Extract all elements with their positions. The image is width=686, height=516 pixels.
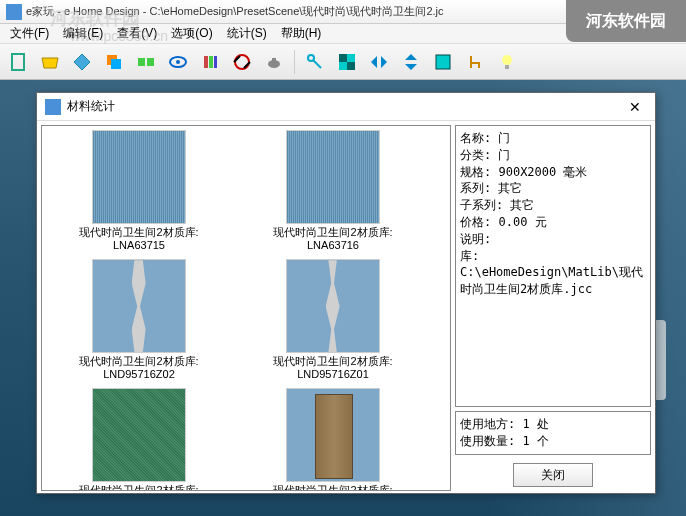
svg-rect-8	[204, 56, 208, 68]
material-label: 现代时尚卫生间2材质库:	[79, 226, 198, 239]
flip-h-icon[interactable]	[365, 48, 393, 76]
material-label: 现代时尚卫生间2材质库:	[273, 484, 392, 491]
material-label: 现代时尚卫生间2材质库:	[79, 355, 198, 368]
svg-rect-0	[12, 54, 24, 70]
key-icon[interactable]	[301, 48, 329, 76]
series-label: 系列:	[460, 181, 491, 195]
svg-rect-13	[272, 58, 276, 61]
subseries-value: 其它	[510, 198, 534, 212]
svg-point-23	[502, 55, 512, 65]
lib-label: 库:	[460, 248, 646, 265]
material-thumb	[286, 130, 380, 224]
material-thumb	[286, 388, 380, 482]
button-row: 关闭	[455, 459, 651, 491]
spec-value: 900X2000 毫米	[498, 165, 587, 179]
material-item[interactable]: 现代时尚卫生间2材质库: LND95716Z02	[46, 259, 232, 380]
svg-point-7	[176, 60, 180, 64]
menu-edit[interactable]: 编辑(E)	[57, 23, 109, 44]
material-code: LND95716Z01	[297, 368, 369, 380]
close-icon[interactable]: ✕	[623, 97, 647, 117]
svg-rect-3	[111, 59, 121, 69]
material-code: LND95716Z02	[103, 368, 175, 380]
toolbar	[0, 44, 686, 80]
subseries-label: 子系列:	[460, 198, 503, 212]
svg-rect-9	[209, 56, 213, 68]
material-thumb	[92, 388, 186, 482]
place-label: 使用地方:	[460, 417, 515, 431]
count-label: 使用数量:	[460, 434, 515, 448]
place-value: 1 处	[522, 417, 548, 431]
material-stats-dialog: 材料统计 ✕ 现代时尚卫生间2材质库: LNA63715 现代时尚卫生间2材质库…	[36, 92, 656, 494]
svg-rect-17	[339, 54, 347, 62]
name-label: 名称:	[460, 131, 491, 145]
info-box: 名称: 门 分类: 门 规格: 900X2000 毫米 系列: 其它 子系列: …	[455, 125, 651, 407]
cat-value: 门	[498, 148, 510, 162]
svg-rect-10	[214, 56, 217, 68]
menu-help[interactable]: 帮助(H)	[275, 23, 328, 44]
svg-rect-18	[347, 62, 355, 70]
new-file-icon[interactable]	[4, 48, 32, 76]
chair-icon[interactable]	[461, 48, 489, 76]
material-thumb	[92, 259, 186, 353]
count-value: 1 个	[522, 434, 548, 448]
material-label: 现代时尚卫生间2材质库:	[79, 484, 198, 491]
spec-label: 规格:	[460, 165, 491, 179]
dialog-icon	[45, 99, 61, 115]
material-item[interactable]: 现代时尚卫生间2材质库: LND95716Z01	[240, 259, 426, 380]
svg-rect-22	[478, 62, 480, 68]
cat-label: 分类:	[460, 148, 491, 162]
bulb-icon[interactable]	[493, 48, 521, 76]
books-icon[interactable]	[196, 48, 224, 76]
svg-rect-24	[505, 65, 509, 69]
eye-icon[interactable]	[164, 48, 192, 76]
save-icon[interactable]	[68, 48, 96, 76]
material-thumb	[92, 130, 186, 224]
material-code: LNA63715	[113, 239, 165, 251]
boxes-icon[interactable]	[132, 48, 160, 76]
flip-v-icon[interactable]	[397, 48, 425, 76]
price-label: 价格:	[460, 215, 491, 229]
menu-options[interactable]: 选项(O)	[165, 23, 218, 44]
dialog-title-bar[interactable]: 材料统计 ✕	[37, 93, 655, 121]
material-item[interactable]: 现代时尚卫生间2材质库: LFA30716	[46, 388, 232, 491]
open-icon[interactable]	[36, 48, 64, 76]
close-button[interactable]: 关闭	[513, 463, 593, 487]
desc-label: 说明:	[460, 231, 646, 248]
window-title: e家玩 - e Home Design - C:\eHomeDesign\Pre…	[26, 4, 444, 19]
material-item[interactable]: 现代时尚卫生间2材质库: LNA63715	[46, 130, 232, 251]
material-item[interactable]: 现代时尚卫生间2材质库: LNA63716	[240, 130, 426, 251]
layers-icon[interactable]	[100, 48, 128, 76]
toolbar-separator	[294, 50, 295, 74]
menu-file[interactable]: 文件(F)	[4, 23, 55, 44]
checker-icon[interactable]	[333, 48, 361, 76]
material-label: 现代时尚卫生间2材质库:	[273, 226, 392, 239]
detail-panel: 名称: 门 分类: 门 规格: 900X2000 毫米 系列: 其它 子系列: …	[455, 125, 651, 491]
material-thumb	[286, 259, 380, 353]
series-value: 其它	[498, 181, 522, 195]
target-icon[interactable]	[228, 48, 256, 76]
logo-badge: 河东软件园	[566, 0, 686, 42]
app-icon	[6, 4, 22, 20]
svg-marker-1	[74, 54, 90, 70]
svg-rect-19	[436, 55, 450, 69]
menu-stats[interactable]: 统计(S)	[221, 23, 273, 44]
material-item[interactable]: 现代时尚卫生间2材质库: 门	[240, 388, 426, 491]
lib-path: C:\eHomeDesign\MatLib\现代时尚卫生间2材质库.jcc	[460, 264, 646, 298]
dialog-title: 材料统计	[67, 98, 623, 115]
menu-view[interactable]: 查看(V)	[111, 23, 163, 44]
material-code: LNA63716	[307, 239, 359, 251]
svg-point-11	[235, 55, 249, 69]
svg-line-15	[313, 60, 321, 68]
svg-point-12	[268, 60, 280, 68]
usage-box: 使用地方: 1 处 使用数量: 1 个	[455, 411, 651, 455]
material-label: 现代时尚卫生间2材质库:	[273, 355, 392, 368]
svg-rect-5	[147, 58, 154, 66]
material-list[interactable]: 现代时尚卫生间2材质库: LNA63715 现代时尚卫生间2材质库: LNA63…	[41, 125, 451, 491]
square-icon[interactable]	[429, 48, 457, 76]
price-value: 0.00 元	[498, 215, 546, 229]
svg-rect-4	[138, 58, 145, 66]
name-value: 门	[498, 131, 510, 145]
teapot-icon[interactable]	[260, 48, 288, 76]
